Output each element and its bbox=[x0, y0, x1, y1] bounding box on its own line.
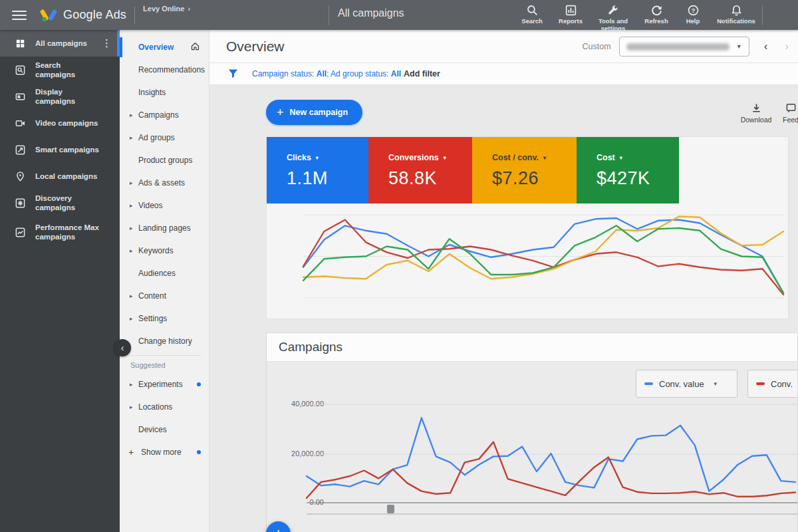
caret-down-icon: ▾ bbox=[316, 155, 319, 161]
nav-item-content[interactable]: ▸Content bbox=[120, 285, 209, 307]
feedback-button[interactable]: Feedback bbox=[783, 102, 798, 124]
download-button[interactable]: Download bbox=[736, 102, 776, 124]
scorecard-metric-picker[interactable]: Cost ▾ bbox=[597, 153, 679, 162]
search-button[interactable]: Search bbox=[515, 3, 549, 33]
expand-arrow-icon: ▸ bbox=[130, 225, 133, 231]
help-icon: ? bbox=[687, 4, 700, 17]
topbar-actions: Search Reports Tools and settings Refres… bbox=[515, 3, 761, 33]
nav-item-campaigns[interactable]: ▸Campaigns bbox=[120, 104, 209, 126]
performance-chart-icon bbox=[15, 227, 26, 238]
expand-arrow-icon: ▸ bbox=[130, 180, 133, 186]
grid-icon bbox=[15, 38, 26, 49]
new-indicator-dot bbox=[197, 450, 201, 454]
date-range-type-label: Custom bbox=[583, 42, 611, 51]
search-square-icon bbox=[15, 65, 26, 76]
section-nav: Overview Recommendations Insights ▸Campa… bbox=[120, 30, 209, 532]
previous-range-button[interactable]: ‹ bbox=[764, 40, 768, 53]
nav-item-recommendations[interactable]: Recommendations bbox=[120, 59, 209, 81]
nav-item-show-more[interactable]: +Show more bbox=[120, 441, 209, 464]
nav-item-videos[interactable]: ▸Videos bbox=[120, 194, 209, 217]
expand-arrow-icon: ▸ bbox=[130, 247, 133, 254]
next-range-button[interactable]: › bbox=[785, 40, 789, 53]
scorecard-metric-picker[interactable]: Cost / conv. ▾ bbox=[492, 153, 577, 162]
nav-item-audiences[interactable]: Audiences bbox=[120, 262, 209, 285]
reports-button[interactable]: Reports bbox=[553, 3, 589, 33]
overview-content: + New campaign Download Feedback Clicks bbox=[209, 85, 798, 532]
sidebar-item-performance-max-campaigns[interactable]: Performance Max campaigns bbox=[0, 216, 120, 248]
caret-down-icon: ▼ bbox=[736, 43, 742, 50]
nav-item-locations[interactable]: ▸Locations bbox=[120, 396, 209, 418]
menu-icon[interactable] bbox=[8, 4, 31, 27]
caret-down-icon: ▼ bbox=[713, 381, 718, 387]
location-pin-icon bbox=[15, 171, 26, 182]
plus-icon: + bbox=[277, 106, 284, 118]
sidebar-item-all-campaigns[interactable]: All campaigns ⋮ bbox=[0, 30, 120, 57]
account-selector[interactable]: Levy Online › bbox=[143, 5, 190, 13]
sidebar-item-local-campaigns[interactable]: Local campaigns bbox=[0, 163, 120, 190]
nav-item-change-history[interactable]: Change history bbox=[120, 330, 209, 352]
tools-and-settings-button[interactable]: Tools and settings bbox=[593, 3, 634, 33]
nav-item-overview[interactable]: Overview bbox=[120, 36, 209, 59]
svg-text:?: ? bbox=[691, 7, 695, 14]
discovery-spark-icon bbox=[15, 198, 26, 209]
scorecard-cost-per-conv: Cost / conv. ▾ $7.26 bbox=[472, 137, 577, 203]
nav-item-insights[interactable]: Insights bbox=[120, 81, 209, 104]
sidebar-item-video-campaigns[interactable]: Video campaigns bbox=[0, 110, 120, 136]
new-campaign-button[interactable]: + New campaign bbox=[266, 100, 362, 125]
page-title: Overview bbox=[226, 39, 285, 55]
nav-item-ad-groups[interactable]: ▸Ad groups bbox=[120, 126, 209, 149]
nav-item-devices[interactable]: Devices bbox=[120, 418, 209, 441]
smart-campaign-icon bbox=[15, 144, 26, 156]
search-icon bbox=[526, 4, 539, 17]
scorecard-metric-picker[interactable]: Clicks ▾ bbox=[287, 153, 368, 162]
date-range-selector[interactable]: ▼ bbox=[619, 37, 749, 57]
nav-item-settings[interactable]: ▸Settings bbox=[120, 307, 209, 330]
expand-arrow-icon: ▸ bbox=[130, 134, 133, 141]
expand-arrow-icon: ▸ bbox=[130, 112, 133, 118]
notifications-button[interactable]: Notifications bbox=[711, 3, 761, 33]
add-filter-button[interactable]: Add filter bbox=[404, 69, 440, 78]
refresh-icon bbox=[650, 4, 663, 17]
collapse-sidebar-button[interactable]: ‹ bbox=[114, 339, 131, 356]
home-icon bbox=[190, 41, 200, 51]
wrench-icon bbox=[607, 4, 620, 17]
sidebar-item-display-campaigns[interactable]: Display campaigns bbox=[0, 83, 120, 110]
topbar-page-title: All campaigns bbox=[338, 7, 404, 19]
nav-item-product-groups[interactable]: Product groups bbox=[120, 149, 209, 172]
nav-item-keywords[interactable]: ▸Keywords bbox=[120, 239, 209, 262]
google-ads-logo: Google Ads bbox=[40, 7, 126, 24]
download-icon bbox=[751, 102, 762, 114]
plus-icon: + bbox=[128, 447, 134, 458]
campaigns-card-header: Campaigns bbox=[267, 333, 797, 362]
nav-item-ads-assets[interactable]: ▸Ads & assets bbox=[120, 172, 209, 194]
nav-item-experiments[interactable]: ▸Experiments bbox=[120, 373, 209, 396]
sidebar-item-discovery-campaigns[interactable]: Discovery campaigns bbox=[0, 190, 120, 216]
scrollbar-handle[interactable] bbox=[387, 505, 394, 513]
expand-arrow-icon: ▸ bbox=[130, 293, 133, 299]
main-content: Overview Custom ▼ ‹ › Campaign status: A… bbox=[209, 30, 798, 532]
scorecard-value: 1.1M bbox=[287, 168, 368, 189]
expand-arrow-icon: ▸ bbox=[130, 381, 133, 388]
caret-down-icon: ▾ bbox=[543, 155, 546, 161]
sidebar-item-search-campaigns[interactable]: Search campaigns bbox=[0, 57, 120, 83]
feedback-icon bbox=[785, 102, 797, 114]
scorecard-metric-picker[interactable]: Conversions ▾ bbox=[388, 153, 472, 162]
caret-down-icon: ▾ bbox=[444, 155, 446, 161]
divider bbox=[134, 7, 135, 24]
kebab-menu-icon[interactable]: ⋮ bbox=[102, 37, 112, 49]
nav-item-landing-pages[interactable]: ▸Landing pages bbox=[120, 217, 209, 239]
new-indicator-dot bbox=[197, 382, 201, 386]
display-icon bbox=[15, 91, 26, 102]
expand-arrow-icon: ▸ bbox=[130, 315, 133, 322]
sidebar-item-smart-campaigns[interactable]: Smart campaigns bbox=[0, 136, 120, 163]
legend-dash-icon bbox=[644, 382, 653, 385]
legend-dash-icon bbox=[756, 382, 765, 385]
plus-icon: + bbox=[275, 526, 283, 532]
active-filters[interactable]: Campaign status: All; Ad group status: A… bbox=[252, 69, 401, 78]
top-app-bar: Google Ads Levy Online › All campaigns S… bbox=[0, 0, 798, 30]
date-range-value-redacted bbox=[626, 43, 730, 51]
help-button[interactable]: ? Help bbox=[679, 3, 707, 33]
campaign-type-sidebar: All campaigns ⋮ Search campaigns Display… bbox=[0, 30, 120, 532]
video-camera-icon bbox=[15, 118, 26, 129]
refresh-button[interactable]: Refresh bbox=[638, 3, 675, 33]
